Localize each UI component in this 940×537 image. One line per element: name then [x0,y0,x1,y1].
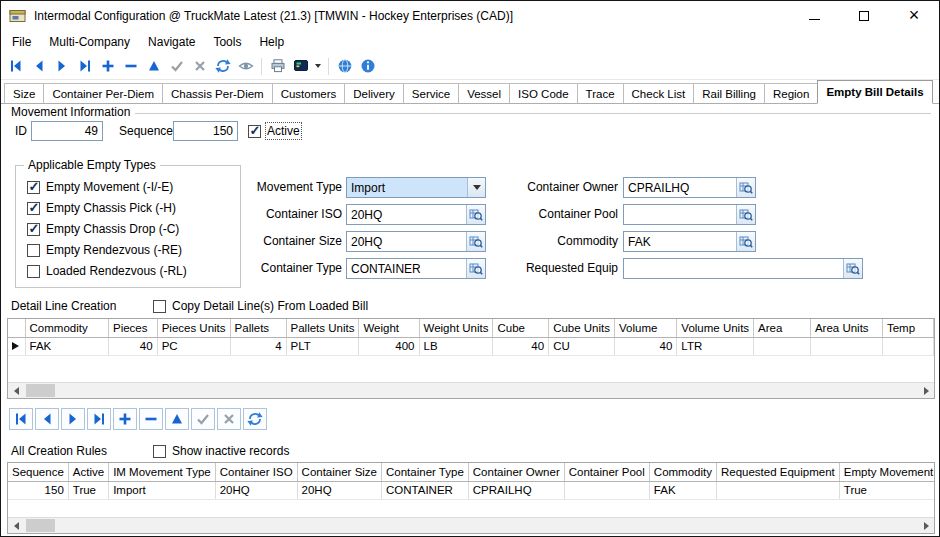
column-header[interactable]: Commodity [649,463,716,481]
tab-size[interactable]: Size [4,83,44,103]
tab-iso-code[interactable]: ISO Code [509,83,578,103]
refresh-button[interactable] [211,55,234,77]
scroll-right-button[interactable] [918,383,934,399]
cancel-edit-button[interactable] [217,408,241,430]
requested-equip-input[interactable] [624,259,843,278]
column-header[interactable]: IM Movement Type [109,463,216,481]
maximize-button[interactable] [857,8,871,24]
cell[interactable]: 20HQ [297,481,381,499]
cell[interactable] [810,337,882,355]
scroll-right-button[interactable] [918,518,934,534]
column-header[interactable]: Requested Equipment [716,463,839,481]
cell[interactable]: 150 [8,481,68,499]
checkbox-box[interactable] [153,445,166,458]
prior-record-button[interactable] [27,55,50,77]
tab-container-per-diem[interactable]: Container Per-Diem [43,83,163,103]
cell[interactable]: FAK [25,337,108,355]
delete-record-button[interactable] [119,55,142,77]
insert-record-button[interactable] [113,408,137,430]
checkbox-empty-rendezvous[interactable]: Empty Rendezvous (-RE) [27,243,187,257]
tab-rail-billing[interactable]: Rail Billing [693,83,765,103]
column-header[interactable]: Weight Units [419,319,493,337]
scrollbar-track[interactable] [24,518,918,533]
first-record-button[interactable] [4,55,27,77]
show-inactive-checkbox[interactable]: Show inactive records [153,444,289,458]
cell[interactable]: 4 [230,337,286,355]
column-header[interactable]: Container Pool [564,463,649,481]
commodity-input[interactable] [624,232,736,251]
tab-empty-bill-details[interactable]: Empty Bill Details [817,80,932,104]
tab-vessel[interactable]: Vessel [458,83,510,103]
cell[interactable]: LB [419,337,493,355]
cell[interactable] [564,481,649,499]
tab-chassis-per-diem[interactable]: Chassis Per-Diem [162,83,273,103]
column-header[interactable]: Container Size [297,463,381,481]
column-header[interactable]: Commodity [25,319,108,337]
table-row[interactable]: 150 True Import 20HQ 20HQ CONTAINER CPRA… [8,481,935,499]
column-header[interactable]: Pieces Units [157,319,230,337]
scroll-left-button[interactable] [8,518,24,534]
terminal-button[interactable] [289,55,312,77]
cell[interactable]: 20HQ [215,481,297,499]
horizontal-scrollbar[interactable] [8,517,934,533]
menu-navigate[interactable]: Navigate [139,32,204,52]
cell[interactable]: 400 [359,337,419,355]
column-header[interactable]: Area [754,319,811,337]
requested-equip-lookup-button[interactable] [843,259,862,278]
view-button[interactable] [234,55,257,77]
refresh-button[interactable] [243,408,267,430]
dropdown-button[interactable] [467,178,485,197]
column-header[interactable]: Pallets Units [286,319,359,337]
info-button[interactable] [356,55,379,77]
terminal-dropdown-icon[interactable] [315,64,321,68]
checkbox-box[interactable] [27,223,40,236]
container-type-lookup-button[interactable] [466,259,485,278]
scrollbar-thumb[interactable] [26,384,55,397]
cell[interactable]: PC [157,337,230,355]
tab-service[interactable]: Service [403,83,459,103]
checkbox-empty-chassis-pick[interactable]: Empty Chassis Pick (-H) [27,201,187,215]
cell[interactable]: CU [549,337,615,355]
column-header[interactable]: Area Units [810,319,882,337]
checkbox-box[interactable] [27,265,40,278]
cell[interactable]: LTR [677,337,754,355]
print-button[interactable] [266,55,289,77]
last-record-button[interactable] [87,408,111,430]
column-header[interactable]: Volume Units [677,319,754,337]
tab-region[interactable]: Region [764,83,818,103]
column-header[interactable]: Container ISO [215,463,297,481]
menu-tools[interactable]: Tools [204,32,250,52]
column-header[interactable]: Pallets [230,319,286,337]
checkbox-loaded-rendezvous[interactable]: Loaded Rendezvous (-RL) [27,264,187,278]
column-header[interactable]: Empty Movement [839,463,935,481]
table-row[interactable]: FAK 40 PC 4 PLT 400 LB 40 CU 40 LTR [8,337,934,355]
checkbox-box[interactable] [248,125,261,138]
post-edit-button[interactable] [191,408,215,430]
menu-help[interactable]: Help [250,32,293,52]
column-header[interactable]: Weight [359,319,419,337]
horizontal-scrollbar[interactable] [8,382,934,398]
cancel-edit-button[interactable] [188,55,211,77]
cell[interactable]: CONTAINER [382,481,469,499]
scrollbar-thumb[interactable] [26,519,55,532]
column-header[interactable]: Sequence [8,463,68,481]
checkbox-box[interactable] [27,244,40,257]
column-header[interactable]: Cube [493,319,549,337]
tab-trace[interactable]: Trace [577,83,624,103]
cell[interactable] [716,481,839,499]
container-owner-lookup-button[interactable] [736,178,755,197]
cell[interactable]: True [839,481,935,499]
checkbox-box[interactable] [27,181,40,194]
container-pool-lookup-button[interactable] [736,205,755,224]
copy-detail-lines-checkbox[interactable]: Copy Detail Line(s) From Loaded Bill [153,299,368,313]
last-record-button[interactable] [73,55,96,77]
checkbox-empty-movement[interactable]: Empty Movement (-I/-E) [27,180,187,194]
cell[interactable]: True [68,481,108,499]
column-header[interactable]: Cube Units [549,319,615,337]
column-header[interactable]: Pieces [108,319,157,337]
column-header[interactable]: Active [68,463,108,481]
cell[interactable]: Import [109,481,216,499]
scrollbar-track[interactable] [24,383,918,398]
container-size-lookup-button[interactable] [466,232,485,251]
web-button[interactable] [333,55,356,77]
